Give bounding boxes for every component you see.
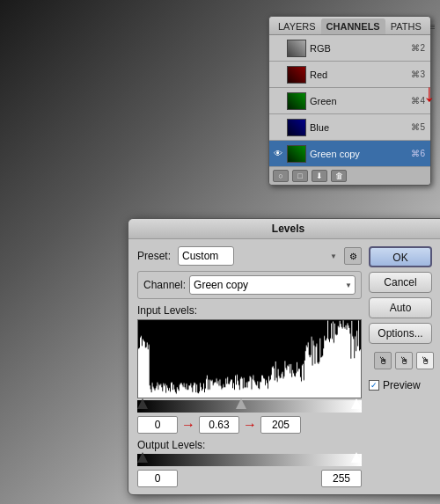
arrow-to-white: →: [243, 417, 257, 433]
input-levels-label: Input Levels:: [137, 304, 362, 317]
eyedropper-row: 🖱 🖱 🖱: [369, 352, 439, 369]
shortcut-rgb: ⌘2: [411, 43, 425, 53]
auto-button[interactable]: Auto: [369, 297, 432, 318]
output-white-value[interactable]: [321, 470, 362, 487]
preset-row: Preset: Custom ⚙: [137, 246, 362, 266]
channel-thumb-red: [287, 66, 306, 84]
output-values-row: [137, 470, 362, 487]
channel-label-ctrl: Channel:: [143, 279, 186, 291]
channel-section: Channel: Green copy: [137, 271, 362, 299]
dialog-left-panel: Preset: Custom ⚙ Channel: Green copy: [137, 246, 362, 487]
visibility-icon-rgb: [271, 41, 285, 55]
gray-eyedropper[interactable]: 🖱: [395, 352, 413, 369]
preset-select[interactable]: Custom: [178, 246, 234, 266]
preset-label: Preset:: [137, 250, 171, 262]
channels-panel: LAYERS CHANNELS PATHS ≡ RGB ⌘2 Red ⌘3 Gr…: [268, 16, 431, 186]
midtone-handle[interactable]: [236, 398, 246, 409]
shortcut-red: ⌘3: [411, 69, 425, 79]
input-mid-value[interactable]: [199, 416, 239, 434]
channel-thumb-green: [287, 92, 306, 110]
input-white-value[interactable]: [260, 416, 301, 434]
channel-row-blue[interactable]: Blue ⌘5: [269, 114, 430, 141]
panel-menu-icon[interactable]: ≡: [427, 20, 439, 33]
black-eyedropper[interactable]: 🖱: [374, 352, 392, 369]
tab-layers[interactable]: LAYERS: [273, 18, 321, 34]
cancel-button[interactable]: Cancel: [369, 272, 432, 293]
channel-label-green: Green: [310, 96, 411, 106]
channel-mask-icon[interactable]: □: [292, 170, 308, 182]
channel-select[interactable]: Green copy: [189, 275, 356, 295]
channel-row-green-copy[interactable]: 👁 Green copy ⌘6: [269, 141, 430, 167]
output-black-handle[interactable]: [137, 452, 148, 463]
channel-row-red[interactable]: Red ⌘3: [269, 62, 430, 88]
preset-settings-icon[interactable]: ⚙: [344, 247, 362, 265]
white-eyedropper[interactable]: 🖱: [416, 352, 434, 369]
visibility-icon-green: [271, 94, 285, 108]
preview-row: ✓ Preview: [369, 379, 439, 391]
input-values-row: → →: [137, 416, 362, 434]
new-channel-icon[interactable]: ○: [273, 170, 289, 182]
preview-label: Preview: [383, 379, 421, 391]
preview-checkbox[interactable]: ✓: [369, 380, 379, 391]
output-levels-label: Output Levels:: [137, 439, 362, 451]
channel-row-rgb[interactable]: RGB ⌘2: [269, 35, 430, 62]
options-button[interactable]: Options...: [369, 323, 432, 344]
tab-paths[interactable]: PATHS: [385, 18, 427, 34]
channel-label-red: Red: [310, 69, 411, 80]
output-section: Output Levels:: [137, 439, 362, 487]
visibility-icon-gcopy: 👁: [271, 147, 285, 161]
arrow-to-mid: →: [181, 417, 195, 433]
output-black-value[interactable]: [137, 470, 178, 487]
shortcut-blue: ⌘5: [411, 122, 425, 132]
channel-select-wrapper: Green copy: [189, 275, 356, 295]
dialog-right-panel: OK Cancel Auto Options... 🖱 🖱 🖱 ✓ Previe…: [369, 246, 439, 487]
visibility-icon-red: [271, 68, 285, 82]
white-point-handle[interactable]: [351, 398, 362, 409]
output-slider-track[interactable]: [137, 454, 362, 466]
panel-tabs: LAYERS CHANNELS PATHS ≡: [269, 17, 430, 35]
input-slider-track[interactable]: [137, 400, 362, 413]
black-point-handle[interactable]: [137, 398, 148, 409]
panel-footer: ○ □ ⬇ 🗑: [269, 167, 430, 185]
arrow-indicator: ↓: [423, 79, 436, 107]
levels-dialog: Levels Preset: Custom ⚙ Channel:: [128, 218, 440, 495]
channel-label-blue: Blue: [310, 122, 411, 133]
save-selection-icon[interactable]: ⬇: [312, 170, 327, 182]
channel-row-green[interactable]: Green ⌘4: [269, 88, 430, 114]
tab-channels[interactable]: CHANNELS: [321, 18, 385, 34]
output-white-handle[interactable]: [351, 452, 362, 463]
channel-label-rgb: RGB: [310, 43, 411, 54]
preset-select-wrapper: Custom: [178, 246, 341, 266]
channel-row-ctrl: Channel: Green copy: [143, 275, 356, 295]
visibility-icon-blue: [271, 121, 285, 135]
delete-channel-icon[interactable]: 🗑: [331, 170, 347, 182]
histogram: [137, 319, 362, 398]
dialog-title: Levels: [128, 219, 440, 239]
channel-thumb-blue: [287, 119, 306, 136]
ok-button[interactable]: OK: [369, 246, 432, 267]
channel-thumb-gcopy: [287, 145, 306, 163]
channel-thumb-rgb: [287, 40, 306, 57]
input-black-value[interactable]: [137, 416, 178, 434]
channel-label-gcopy: Green copy: [310, 149, 411, 159]
shortcut-gcopy: ⌘6: [411, 149, 425, 158]
